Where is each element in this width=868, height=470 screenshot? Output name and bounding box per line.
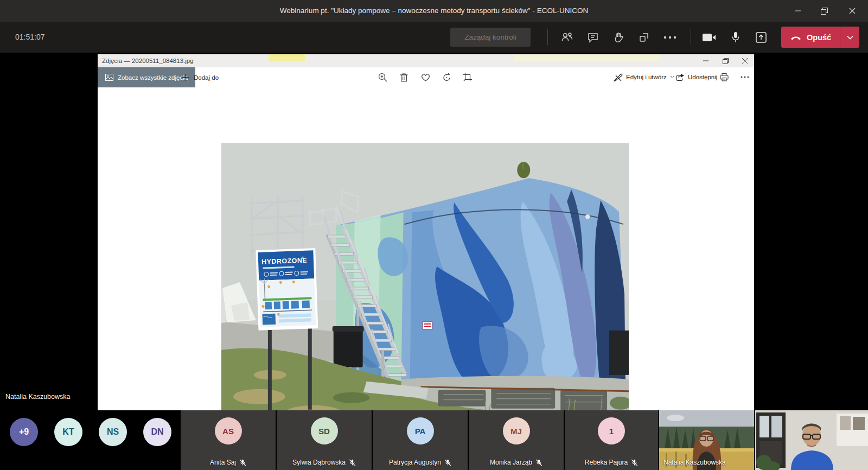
avatar: PA bbox=[407, 417, 434, 444]
participant-tile[interactable]: SD Sylwia Dąbrowska bbox=[277, 410, 372, 470]
participant-name: Sylwia Dąbrowska bbox=[292, 459, 346, 466]
add-to-button[interactable]: Dodaj do bbox=[179, 67, 222, 87]
participants-icon[interactable] bbox=[558, 29, 576, 46]
photo-hydrozone-tank: HYDROZONE ® bbox=[221, 143, 629, 447]
share-screen-icon[interactable] bbox=[752, 29, 770, 46]
call-toolbar: 01:51:07 Zażądaj kontroli bbox=[0, 22, 868, 53]
svg-text:HYDROZONE: HYDROZONE bbox=[261, 257, 308, 266]
delete-icon[interactable] bbox=[395, 69, 412, 85]
toolbar-divider bbox=[547, 29, 548, 45]
close-icon[interactable] bbox=[840, 0, 865, 22]
share-label: Udostępnij bbox=[688, 74, 717, 80]
participant-avatar[interactable]: KT bbox=[54, 418, 82, 446]
leave-button[interactable]: Opuść bbox=[781, 27, 840, 48]
participant-tile[interactable]: PA Patrycja Augustyn bbox=[373, 410, 468, 470]
leave-options-chevron[interactable] bbox=[840, 27, 859, 48]
leave-button-group: Opuść bbox=[781, 27, 859, 48]
restore-icon[interactable] bbox=[717, 54, 733, 67]
edit-create-label: Edytuj i utwórz bbox=[626, 74, 667, 80]
mic-muted-icon bbox=[444, 459, 451, 466]
participant-name: Rebeka Pajura bbox=[585, 459, 628, 466]
participant-name: Anita Saj bbox=[210, 459, 236, 466]
participant-name: Natalia Kaszubowska bbox=[663, 459, 726, 466]
participants-bar: +9 KT NS DN AS Anita Saj SD Sylwia Dąbro… bbox=[0, 410, 868, 470]
rotate-icon[interactable] bbox=[438, 69, 455, 85]
mic-muted-icon bbox=[239, 459, 246, 466]
mic-muted-icon bbox=[535, 459, 542, 466]
microphone-icon[interactable] bbox=[726, 29, 745, 46]
more-options-icon[interactable] bbox=[661, 29, 679, 46]
edit-icon bbox=[614, 73, 623, 81]
teams-window-title: Webinarium pt. "Układy pompowe – nowocze… bbox=[0, 0, 868, 22]
video-tile[interactable] bbox=[755, 410, 868, 470]
participant-name: Monika Jarząb bbox=[490, 459, 532, 466]
teams-titlebar: Webinarium pt. "Układy pompowe – nowocze… bbox=[0, 0, 868, 22]
photos-window-title: Zdjęcia — 20200511_084813.jpg bbox=[102, 54, 194, 67]
zoom-icon[interactable] bbox=[374, 69, 391, 85]
mic-muted-icon bbox=[631, 459, 638, 466]
crop-icon[interactable] bbox=[459, 69, 476, 85]
share-button[interactable]: Udostępnij bbox=[673, 69, 720, 85]
avatar: AS bbox=[215, 417, 242, 444]
presenter-name-label: Natalia Kaszubowska bbox=[5, 393, 71, 401]
breakout-rooms-icon[interactable] bbox=[635, 29, 653, 46]
mic-muted-icon bbox=[349, 459, 356, 466]
request-control-button[interactable]: Zażądaj kontroli bbox=[450, 28, 531, 47]
plus-icon bbox=[182, 74, 189, 81]
leave-button-label: Opuść bbox=[807, 33, 831, 42]
photo-canvas: HYDROZONE ® bbox=[98, 87, 754, 410]
call-timer: 01:51:07 bbox=[15, 22, 45, 53]
toolbar-divider bbox=[691, 29, 691, 45]
hangup-icon bbox=[790, 35, 802, 40]
minimize-icon[interactable] bbox=[786, 0, 810, 22]
minimize-icon[interactable] bbox=[698, 54, 714, 67]
share-icon bbox=[676, 73, 685, 81]
avatar: SD bbox=[311, 417, 338, 444]
photos-titlebar: Zdjęcia — 20200511_084813.jpg bbox=[98, 54, 754, 67]
see-all-photos-label: Zobacz wszystkie zdjęcia bbox=[118, 74, 188, 81]
highlight-artifact bbox=[269, 54, 305, 61]
participant-avatar[interactable]: DN bbox=[143, 418, 171, 446]
raise-hand-icon[interactable] bbox=[609, 29, 628, 46]
screen-share-stage: Zdjęcia — 20200511_084813.jpg Zobacz wsz… bbox=[0, 53, 868, 410]
video-tile[interactable]: Natalia Kaszubowska bbox=[659, 410, 754, 470]
svg-text:®: ® bbox=[302, 256, 304, 259]
restore-icon[interactable] bbox=[812, 0, 837, 22]
participant-name: Patrycja Augustyn bbox=[389, 459, 441, 466]
avatar: 1 bbox=[598, 417, 625, 444]
teams-app-window: Webinarium pt. "Układy pompowe – nowocze… bbox=[0, 0, 868, 470]
more-options-icon[interactable] bbox=[737, 69, 753, 85]
add-to-label: Dodaj do bbox=[194, 74, 219, 81]
close-icon[interactable] bbox=[737, 54, 753, 67]
avatar: MJ bbox=[503, 417, 530, 444]
photo-icon bbox=[105, 74, 113, 81]
highlight-artifact bbox=[514, 54, 660, 61]
participant-tile[interactable]: 1 Rebeka Pajura bbox=[565, 410, 658, 470]
camera-icon[interactable] bbox=[700, 29, 719, 46]
participant-tile[interactable]: AS Anita Saj bbox=[181, 410, 276, 470]
webcam-video bbox=[755, 410, 868, 470]
overflow-participants-badge[interactable]: +9 bbox=[10, 418, 38, 446]
favorite-icon[interactable] bbox=[417, 69, 433, 85]
photos-toolbar: Zobacz wszystkie zdjęcia Dodaj do bbox=[98, 67, 754, 87]
print-icon[interactable] bbox=[716, 69, 732, 85]
participant-tile[interactable]: MJ Monika Jarząb bbox=[469, 410, 564, 470]
photos-app-window: Zdjęcia — 20200511_084813.jpg Zobacz wsz… bbox=[98, 54, 754, 410]
edit-create-button[interactable]: Edytuj i utwórz bbox=[610, 69, 678, 85]
chat-icon[interactable] bbox=[584, 29, 602, 46]
participant-avatar[interactable]: NS bbox=[99, 418, 127, 446]
